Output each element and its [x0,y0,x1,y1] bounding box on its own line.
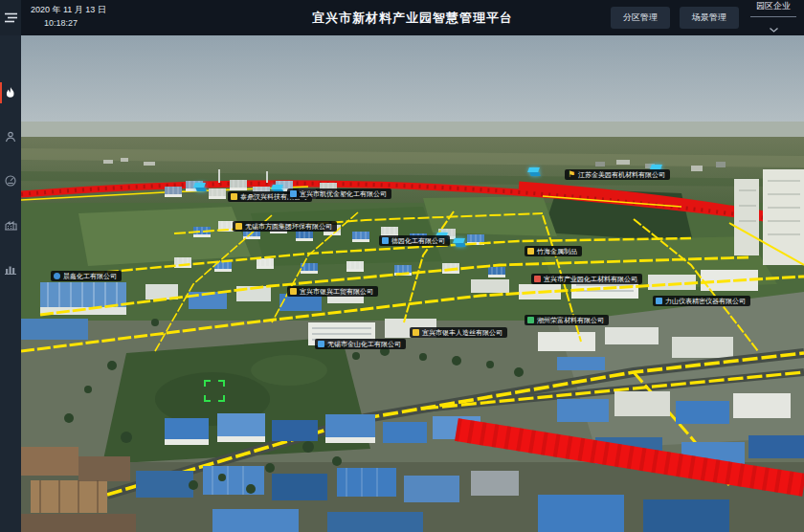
company-logo-icon [656,298,662,304]
sidebar-item-menu[interactable] [0,0,21,35]
chevron-down-icon [770,19,778,36]
company-marker[interactable]: 宜兴市银兴工贸有限公司 [287,286,378,297]
worker-icon [5,131,16,143]
bracket-corner [218,380,225,387]
unit-3d-marker-icon[interactable] [528,167,539,176]
header-actions: 分区管理 场景管理 园区企业 [611,0,798,35]
sidebar-item-gauge[interactable] [0,166,21,195]
sidebar [0,0,21,532]
flag-icon: ⚑ [568,171,575,178]
company-marker-label: 德园化工有限公司 [391,237,445,244]
sidebar-item-statistics[interactable] [0,255,21,283]
bar-chart-icon [5,263,16,275]
enterprise-dropdown[interactable]: 园区企业 [748,0,798,36]
company-logo-icon [527,317,534,323]
company-logo-icon [290,288,297,295]
bracket-corner [204,380,211,387]
company-logo-icon [54,273,60,279]
company-logo-icon [534,276,541,282]
company-marker-label: 竹海金属制品 [537,248,577,255]
bracket-corner [204,395,211,402]
company-marker-label: 江苏金美园有机材料有限公司 [578,171,665,178]
company-marker[interactable]: 力山仪表精密仪器有限公司 [653,296,750,306]
company-marker[interactable]: 无锡市金山化工有限公司 [315,339,406,349]
company-marker-label: 晨鑫化工有限公司 [63,273,117,279]
company-logo-icon [290,190,297,197]
company-marker[interactable]: 宜兴市产业园化工材料有限公司 [531,274,642,284]
company-marker[interactable]: 竹海金属制品 [525,246,582,256]
company-marker[interactable]: 宜兴市银丰人造丝有限公司 [410,327,507,338]
gauge-icon [5,175,16,187]
unit-3d-marker-icon[interactable] [454,238,464,247]
company-marker[interactable]: ⚑江苏金美园有机材料有限公司 [565,169,670,180]
company-marker-label: 无锡市金山化工有限公司 [327,341,401,347]
company-logo-icon [382,237,389,244]
partition-manage-button[interactable]: 分区管理 [611,7,670,29]
company-logo-icon [235,223,242,230]
scene-manage-button[interactable]: 场景管理 [680,7,739,29]
selection-bracket [204,380,225,402]
company-marker-label: 宜兴市银丰人造丝有限公司 [422,329,502,336]
company-marker-label: 潮州荣富材料有限公司 [537,317,604,323]
hamburger-icon [5,12,17,23]
map-canvas[interactable]: 泰鼎汉兴科技有限公司宜兴市凯优金塑化工有限公司无锡市方圆集团环保有限公司德园化工… [21,35,804,532]
sidebar-item-personnel[interactable] [0,122,21,151]
bracket-corner [218,395,225,402]
company-marker-label: 宜兴市凯优金塑化工有限公司 [300,190,387,197]
map-3d-scene [21,35,804,532]
company-logo-icon [527,248,534,255]
company-marker[interactable]: 潮州荣富材料有限公司 [525,315,609,325]
company-marker[interactable]: 德园化工有限公司 [379,235,450,246]
company-marker-label: 宜兴市产业园化工材料有限公司 [544,276,637,282]
company-marker[interactable]: 晨鑫化工有限公司 [51,271,122,281]
company-logo-icon [413,329,419,336]
company-marker[interactable]: 无锡市方圆集团环保有限公司 [233,221,337,232]
company-logo-icon [318,341,324,347]
sidebar-item-enterprise[interactable] [0,211,21,239]
enterprise-dropdown-label: 园区企业 [756,0,791,12]
smart-park-app: 2020 年 11 月 13 日 10:18:27 宜兴市新材料产业园智慧管理平… [0,0,804,532]
top-bar: 2020 年 11 月 13 日 10:18:27 宜兴市新材料产业园智慧管理平… [21,0,804,35]
company-marker-label: 宜兴市银兴工贸有限公司 [300,288,373,295]
dropdown-divider [750,16,796,17]
factory-icon [5,219,17,231]
company-marker-label: 力山仪表精密仪器有限公司 [665,298,746,304]
flame-icon [5,87,16,100]
company-marker-label: 无锡市方圆集团环保有限公司 [245,223,332,230]
company-marker[interactable]: 宜兴市凯优金塑化工有限公司 [287,188,391,199]
unit-3d-marker-icon[interactable] [194,183,205,191]
sidebar-item-fire[interactable] [0,78,21,107]
company-logo-icon [231,193,237,200]
